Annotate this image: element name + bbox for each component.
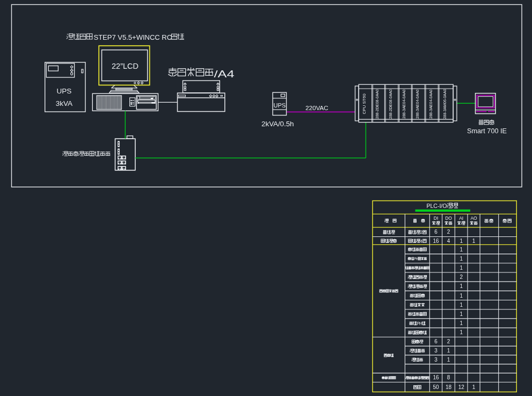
- svg-text:50: 50: [433, 384, 439, 390]
- svg-text:1: 1: [460, 265, 463, 271]
- svg-text:288-3AE04-0AA0: 288-3AE04-0AA0: [429, 89, 433, 119]
- svg-text:1: 1: [460, 320, 463, 326]
- svg-text:1: 1: [460, 293, 463, 299]
- svg-text:288-2DE08-0AA0: 288-2DE08-0AA0: [375, 89, 379, 119]
- svg-text:288-3AM06-0AA0: 288-3AM06-0AA0: [443, 89, 447, 119]
- svg-text:UPS: UPS: [57, 87, 72, 95]
- svg-text:UPS: UPS: [273, 102, 286, 109]
- svg-text:12: 12: [458, 384, 465, 390]
- svg-text:2: 2: [460, 274, 463, 280]
- svg-text:1: 1: [460, 329, 463, 335]
- svg-text:DO: DO: [445, 215, 452, 221]
- svg-text:22”LCD: 22”LCD: [112, 62, 139, 70]
- svg-text:PLC-I/O: PLC-I/O: [427, 203, 447, 209]
- svg-text:1: 1: [460, 238, 463, 244]
- svg-text:1: 1: [472, 384, 476, 390]
- svg-text:AO: AO: [470, 215, 477, 221]
- svg-text:4: 4: [420, 239, 422, 244]
- svg-text:3: 3: [434, 348, 438, 354]
- svg-text:288-3AE04-0AA0: 288-3AE04-0AA0: [416, 89, 419, 119]
- svg-text:288-3AE04-0AA0: 288-3AE04-0AA0: [402, 89, 406, 119]
- svg-text:1: 1: [460, 283, 463, 289]
- svg-text:1: 1: [460, 247, 463, 253]
- svg-text:6: 6: [434, 339, 438, 344]
- svg-text:1: 1: [460, 256, 463, 262]
- svg-text:6: 6: [434, 229, 438, 235]
- svg-text:8: 8: [447, 375, 450, 380]
- svg-text:Smart 700 IE: Smart 700 IE: [467, 127, 507, 135]
- svg-text:2: 2: [420, 229, 422, 235]
- svg-text:2: 2: [447, 229, 450, 235]
- svg-text:16: 16: [433, 375, 439, 380]
- svg-text:3kVA: 3kVA: [56, 99, 72, 107]
- svg-text:/A4: /A4: [214, 69, 235, 80]
- svg-text:1: 1: [460, 311, 463, 317]
- svg-text:288-2DE08-0AA0: 288-2DE08-0AA0: [389, 89, 392, 119]
- svg-text:1: 1: [460, 302, 463, 308]
- svg-text:16: 16: [433, 238, 439, 244]
- svg-text:1: 1: [447, 357, 450, 363]
- svg-text:2: 2: [447, 339, 450, 344]
- svg-text:DI: DI: [434, 215, 439, 221]
- svg-text:1: 1: [447, 348, 450, 354]
- svg-text:STEP7 V5.5+WINCC RC: STEP7 V5.5+WINCC RC: [94, 33, 172, 41]
- svg-text:1: 1: [472, 238, 476, 244]
- svg-text:CPU ST60: CPU ST60: [362, 93, 367, 114]
- svg-text:18: 18: [446, 384, 452, 390]
- svg-text:2kVA/0.5h: 2kVA/0.5h: [261, 120, 294, 128]
- svg-text:4: 4: [447, 238, 450, 244]
- svg-text:AI: AI: [459, 215, 463, 221]
- svg-text:3: 3: [434, 357, 438, 363]
- svg-text:H: H: [419, 321, 422, 326]
- svg-text:220VAC: 220VAC: [305, 104, 329, 111]
